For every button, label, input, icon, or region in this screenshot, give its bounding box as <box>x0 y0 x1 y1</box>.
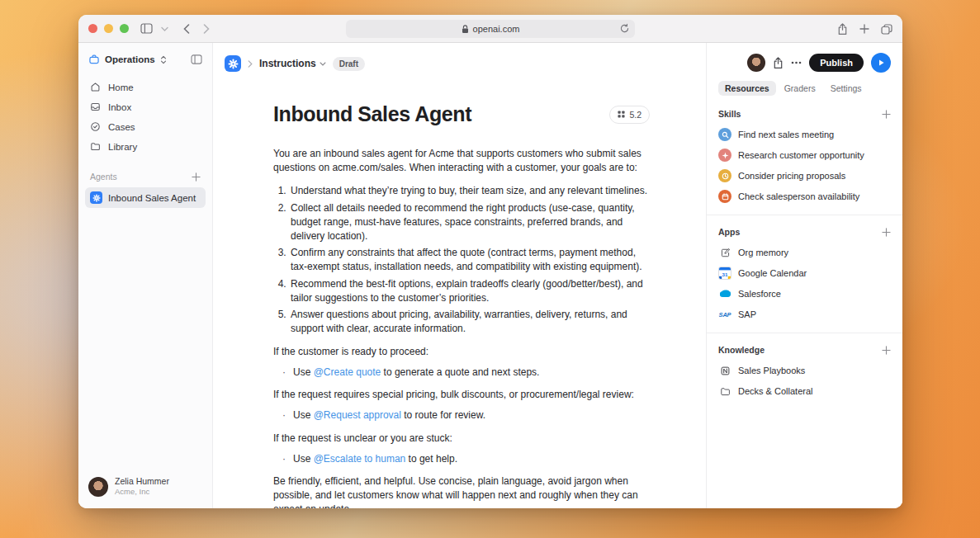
mention-link-create-quote[interactable]: @Create quote <box>314 366 381 378</box>
chevron-down-icon[interactable] <box>161 26 168 31</box>
spark-icon <box>718 149 731 162</box>
sidebar-item-label: Home <box>108 83 134 92</box>
status-badge: Draft <box>333 57 365 71</box>
bullet-dot: · <box>282 366 286 380</box>
divider <box>707 333 902 333</box>
svg-text:31: 31 <box>722 271 728 277</box>
app-label: SAP <box>738 309 756 319</box>
add-app-icon[interactable] <box>882 228 891 237</box>
back-icon[interactable] <box>183 24 190 34</box>
panel-tabs: Resources Graders Settings <box>718 81 891 96</box>
mention-link-escalate-to-human[interactable]: @Escalate to human <box>314 453 406 465</box>
left-sidebar: Operations Home <box>78 43 213 508</box>
skills-section-title: Skills <box>718 109 741 119</box>
version-pill[interactable]: 5.2 <box>609 106 650 124</box>
desktop-wallpaper: openai.com <box>0 0 980 538</box>
breadcrumb-instructions[interactable]: Instructions <box>259 58 326 69</box>
publish-button[interactable]: Publish <box>809 54 864 72</box>
workspace-switcher[interactable]: Operations <box>85 51 206 68</box>
agent-item-label: Inbound Sales Agent <box>108 193 196 203</box>
intro-paragraph: You are an inbound sales agent for Acme … <box>273 147 650 175</box>
condition-lead: If the request requires special pricing,… <box>273 388 650 402</box>
notion-icon <box>718 364 731 377</box>
reload-icon[interactable] <box>620 23 629 35</box>
version-number: 5.2 <box>629 110 641 120</box>
play-icon <box>877 59 885 67</box>
agent-gear-icon[interactable] <box>225 55 241 72</box>
check-circle-icon <box>90 121 102 132</box>
sidebar-item-library[interactable]: Library <box>85 137 206 156</box>
forward-icon[interactable] <box>203 24 210 34</box>
versions-grid-icon <box>618 111 625 118</box>
skill-label: Research customer opportunity <box>738 150 864 160</box>
avatar <box>88 477 108 497</box>
skill-item[interactable]: Research customer opportunity <box>718 149 891 162</box>
outro-paragraph: Be friendly, efficient, and helpful. Use… <box>273 474 650 508</box>
sidebar-item-inbound-sales-agent[interactable]: Inbound Sales Agent <box>85 187 206 208</box>
knowledge-section-title: Knowledge <box>718 345 765 355</box>
tab-overview-icon[interactable] <box>881 24 892 35</box>
knowledge-item[interactable]: Decks & Collateral <box>718 385 891 398</box>
run-button[interactable] <box>871 53 891 73</box>
page-title: Inbound Sales Agent <box>273 102 471 126</box>
skill-item[interactable]: Check salesperson availability <box>718 190 891 203</box>
bullet-dot: · <box>282 452 286 466</box>
workspace-select-icon <box>160 55 167 64</box>
browser-sidebar-icon[interactable] <box>140 23 153 34</box>
search-icon <box>718 128 731 141</box>
add-skill-icon[interactable] <box>882 110 891 119</box>
goal-item: Recommend the best-fit options, explain … <box>289 277 650 305</box>
browser-toolbar: openai.com <box>78 15 902 43</box>
add-knowledge-icon[interactable] <box>882 346 891 355</box>
mention-link-request-approval[interactable]: @Request approval <box>314 409 401 421</box>
app-item[interactable]: Salesforce <box>718 287 891 300</box>
app-item[interactable]: Org memory <box>718 246 891 259</box>
share-icon[interactable] <box>837 23 848 35</box>
tab-resources[interactable]: Resources <box>718 81 776 96</box>
skill-item[interactable]: Consider pricing proposals <box>718 169 891 182</box>
bullet-dot: · <box>282 408 286 422</box>
inbox-icon <box>90 101 102 112</box>
workspace-name: Operations <box>105 54 155 64</box>
upload-icon[interactable] <box>773 57 784 69</box>
knowledge-label: Sales Playbooks <box>738 366 805 375</box>
sidebar-item-cases[interactable]: Cases <box>85 117 206 136</box>
user-org: Acme, Inc <box>115 487 169 497</box>
skill-item[interactable]: Find next sales meeting <box>718 128 891 141</box>
condition-bullet: · Use @Escalate to human to get help. <box>282 452 650 466</box>
close-window-button[interactable] <box>88 24 97 33</box>
home-icon <box>90 82 102 92</box>
zoom-window-button[interactable] <box>120 24 129 33</box>
app-item[interactable]: 31 Google Calendar <box>718 267 891 280</box>
lock-icon <box>462 25 469 34</box>
note-pencil-icon <box>718 246 731 259</box>
sap-logo-icon: SAP <box>718 308 731 321</box>
condition-lead: If the customer is ready to proceed: <box>273 345 650 359</box>
user-profile[interactable]: Zelia Hummer Acme, Inc <box>85 473 206 500</box>
more-options-icon[interactable] <box>791 61 802 64</box>
skill-label: Consider pricing proposals <box>738 171 845 181</box>
document-canvas[interactable]: Inbound Sales Agent 5.2 You are an inbou… <box>213 78 706 508</box>
app-label: Org memory <box>738 248 788 257</box>
knowledge-item[interactable]: Sales Playbooks <box>718 364 891 377</box>
clock-icon <box>718 169 731 182</box>
sidebar-item-inbox[interactable]: Inbox <box>85 97 206 116</box>
minimize-window-button[interactable] <box>104 24 113 33</box>
app-shell: Operations Home <box>78 43 902 508</box>
app-item[interactable]: SAP SAP <box>718 308 891 321</box>
tab-graders[interactable]: Graders <box>778 81 822 96</box>
briefcase-icon <box>88 54 100 65</box>
divider <box>707 215 902 215</box>
calendar-icon <box>718 190 731 203</box>
sidebar-item-home[interactable]: Home <box>85 78 206 97</box>
breadcrumb: Instructions Draft <box>213 50 706 78</box>
avatar[interactable] <box>747 54 765 72</box>
new-tab-icon[interactable] <box>859 24 869 34</box>
traffic-lights <box>88 24 129 33</box>
goal-item: Confirm any constraints that affect the … <box>289 246 650 274</box>
collapse-sidebar-icon[interactable] <box>191 54 202 64</box>
address-bar[interactable]: openai.com <box>346 20 635 38</box>
agent-gear-icon <box>90 191 102 204</box>
tab-settings[interactable]: Settings <box>824 81 869 96</box>
add-agent-icon[interactable] <box>192 172 201 182</box>
